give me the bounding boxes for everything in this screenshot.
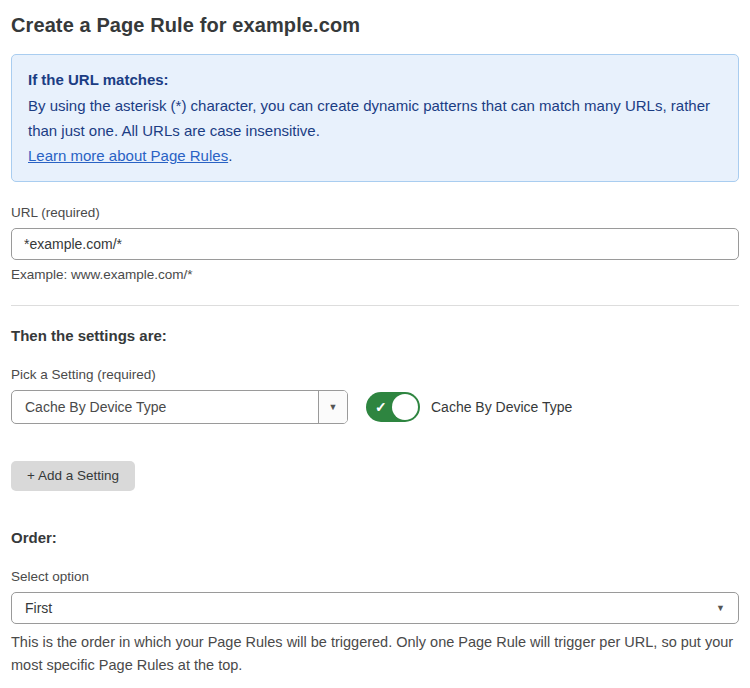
toggle-knob [392,394,418,420]
order-helper-text: This is the order in which your Page Rul… [11,631,739,677]
link-suffix: . [228,147,232,164]
info-box-heading: If the URL matches: [28,67,722,92]
setting-picker-label: Pick a Setting (required) [11,367,739,382]
cache-by-device-toggle[interactable]: ✓ [366,392,420,422]
info-box-body: By using the asterisk (*) character, you… [28,93,718,143]
settings-section-heading: Then the settings are: [11,327,739,344]
setting-select[interactable]: Cache By Device Type ▼ [11,390,348,424]
setting-row: Cache By Device Type ▼ ✓ Cache By Device… [11,390,739,424]
url-input[interactable] [11,228,739,260]
url-field-label: URL (required) [11,205,739,220]
page-title: Create a Page Rule for example.com [11,14,739,37]
add-setting-button[interactable]: + Add a Setting [11,461,135,491]
order-select-value: First [12,600,716,616]
toggle-label: Cache By Device Type [431,399,572,415]
page-rule-form: Create a Page Rule for example.com If th… [0,0,750,688]
setting-select-arrow-segment[interactable]: ▼ [318,391,347,423]
order-section-heading: Order: [11,529,739,546]
learn-more-link[interactable]: Learn more about Page Rules [28,147,228,164]
url-match-info-box: If the URL matches: By using the asteris… [11,54,739,182]
order-select[interactable]: First ▼ [11,592,739,624]
section-divider [11,305,739,306]
setting-select-value: Cache By Device Type [12,391,318,423]
check-icon: ✓ [375,399,387,415]
order-select-label: Select option [11,569,739,584]
chevron-down-icon: ▼ [716,604,725,613]
url-example-helper: Example: www.example.com/* [11,267,739,282]
chevron-down-icon: ▼ [329,403,338,412]
info-box-link-line: Learn more about Page Rules. [28,143,722,168]
